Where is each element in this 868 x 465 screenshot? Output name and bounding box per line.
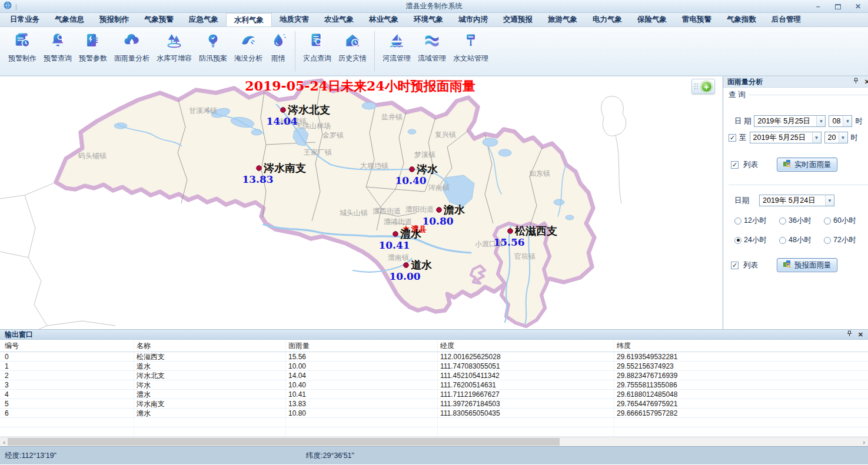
duration-radio-60小时[interactable]: 60小时 (824, 216, 868, 226)
column-header: 经度 (438, 340, 614, 352)
forecast-list-checkbox[interactable]: ✓ (731, 262, 739, 269)
duration-radio-24小时[interactable]: 24小时 (734, 235, 779, 245)
table-row[interactable]: 0松滋西支15.56112.00162562502829.61935495322… (0, 352, 868, 362)
map-search-icon (783, 159, 791, 170)
output-header: 输出窗口 ✕ (0, 329, 868, 340)
start-date-select[interactable]: 2019年 5月25日▼ (754, 115, 826, 127)
map-canvas[interactable]: 甘溪滩镇火连坡镇天供山林场金罗镇盐井镇复兴镇码头铺镇王家厂镇大堰垱镇梦溪镇涔南镇… (0, 76, 723, 329)
to-label: 至 (739, 133, 747, 143)
menu-tab-1[interactable]: 日常业务 (2, 13, 47, 26)
list-checkbox[interactable]: ✓ (731, 161, 739, 169)
forecast-date-select[interactable]: 2019年 5月24日▼ (759, 195, 834, 206)
toolbar-button-reservoir-capacity[interactable]: 水库可增容 (153, 31, 195, 64)
window-title: 澧县业务制作系统 (0, 1, 868, 11)
table-row[interactable]: 1道水10.00111.74708305505129.552156374923 (0, 362, 868, 371)
duration-radio-12小时[interactable]: 12小时 (734, 216, 779, 226)
station-dot[interactable] (393, 232, 398, 237)
table-row[interactable] (0, 418, 868, 427)
radio-icon (734, 237, 741, 244)
menu-tab-15[interactable]: 保险气象 (630, 13, 674, 26)
menu-tab-5[interactable]: 应急气象 (181, 13, 226, 26)
menu-tab-10[interactable]: 环境气象 (406, 13, 451, 26)
menu-tab-11[interactable]: 城市内涝 (451, 13, 495, 26)
toolbar-button-river-manage[interactable]: 河流管理 (379, 31, 414, 64)
town-label: 澧西街道 (373, 207, 401, 215)
duration-radio-72小时[interactable]: 72小时 (824, 235, 868, 245)
forecast-list-label: 列表 (743, 260, 758, 270)
toolbar-button-basin-manage[interactable]: 流域管理 (414, 31, 450, 64)
maximize-button[interactable] (835, 4, 841, 9)
table-row[interactable] (0, 427, 868, 437)
station-dot[interactable] (410, 167, 415, 172)
realtime-rainfall-button[interactable]: 实时面雨量 (777, 158, 837, 172)
menu-tab-7[interactable]: 地质灾害 (272, 13, 317, 26)
duration-radio-36小时[interactable]: 36小时 (779, 216, 824, 226)
forecast-rainfall-button[interactable]: 预报面雨量 (777, 258, 837, 272)
toolbar-button-rain-info[interactable]: 雨情 (266, 31, 291, 64)
table-row[interactable]: 5涔水南支13.83111.39726718450329.76544769759… (0, 399, 868, 409)
scroll-left-icon[interactable]: ‹ (0, 437, 8, 446)
drag-grip-icon[interactable] (694, 83, 699, 90)
duration-radio-48小时[interactable]: 48小时 (779, 235, 824, 245)
toolbar-button-alert-compose[interactable]: 预警制作 (5, 31, 40, 64)
menu-tab-13[interactable]: 旅游气象 (540, 13, 585, 26)
menu-tab-14[interactable]: 电力气象 (585, 13, 630, 26)
station-dot[interactable] (508, 229, 513, 234)
menu-tab-16[interactable]: 雷电预警 (674, 13, 719, 26)
close-button[interactable]: ✕ (854, 3, 862, 10)
toolbar-button-hydrostation-manage[interactable]: 水文站管理 (450, 31, 492, 64)
table-row[interactable]: 3涔水10.40111.7620051463129.7555811355086 (0, 380, 868, 390)
scrollbar-thumb[interactable] (8, 438, 560, 446)
table-cell (286, 418, 438, 427)
toolbar-button-disaster-history[interactable]: 历史灾情 (335, 31, 370, 64)
end-hour-select[interactable]: 20▼ (824, 132, 848, 143)
horizontal-scrollbar[interactable]: ‹ › (0, 437, 868, 446)
menu-tab-6[interactable]: 水利气象 (226, 13, 272, 26)
toolbar-button-flood-plan[interactable]: 防汛预案 (195, 31, 231, 64)
panel-close-icon[interactable]: ✕ (864, 78, 868, 86)
toolbar-button-submerge-analysis[interactable]: 淹没分析 (231, 31, 266, 64)
menu-tab-3[interactable]: 预报制作 (92, 13, 137, 26)
station-dot[interactable] (437, 208, 442, 213)
river-manage-icon (388, 32, 405, 51)
menu-tab-9[interactable]: 林业气象 (361, 13, 406, 26)
to-checkbox[interactable]: ✓ (729, 134, 736, 142)
end-date-select[interactable]: 2019年 5月25日▼ (750, 132, 822, 143)
chevron-down-icon: ▼ (839, 132, 847, 143)
table-cell: 6 (0, 409, 134, 417)
menu-tab-8[interactable]: 农业气象 (317, 13, 361, 26)
start-hour-select[interactable]: 08▼ (829, 115, 852, 127)
output-close-icon[interactable]: ✕ (858, 331, 863, 339)
toolbar-button-alert-search[interactable]: 预警查询 (40, 31, 75, 64)
table-cell: 澧水 (134, 390, 286, 399)
menu-bar: 日常业务气象信息预报制作气象预警应急气象水利气象地质灾害农业气象林业气象环境气象… (0, 13, 868, 27)
start-date-label: 日 期 (734, 116, 751, 126)
toolbar-button-alert-params[interactable]: 预警参数 (75, 31, 111, 64)
table-cell (134, 418, 286, 427)
station-dot[interactable] (404, 263, 409, 268)
disaster-search-icon (308, 32, 326, 51)
station-name: 松滋西支 (514, 225, 557, 237)
town-label: 澧阳街道 (405, 205, 434, 213)
table-cell: 29.6193549532281 (614, 352, 868, 361)
alert-params-icon (84, 32, 102, 51)
toolbar-button-rainfall-analysis[interactable]: 面雨量分析 (111, 31, 153, 64)
table-row[interactable]: 2涔水北支14.04111.45210541134229.88234767169… (0, 371, 868, 380)
scroll-right-icon[interactable]: › (860, 437, 868, 446)
zoom-in-button[interactable]: + (701, 81, 712, 92)
station-dot[interactable] (281, 108, 286, 113)
menu-tab-12[interactable]: 交通预报 (495, 13, 540, 26)
table-cell (438, 418, 614, 427)
table-row[interactable]: 6澹水10.80111.83056505043529.6666157957282 (0, 409, 868, 418)
menu-tab-2[interactable]: 气象信息 (47, 13, 92, 26)
station-dot[interactable] (257, 166, 262, 171)
menu-tab-18[interactable]: 后台管理 (764, 13, 809, 26)
minimize-button[interactable]: – (814, 3, 822, 10)
pin-icon[interactable] (847, 330, 852, 339)
menu-tab-4[interactable]: 气象预警 (137, 13, 181, 26)
table-cell: 13.83 (286, 399, 438, 408)
toolbar-button-disaster-search[interactable]: 灾点查询 (300, 31, 335, 64)
menu-tab-17[interactable]: 气象指数 (719, 13, 764, 26)
table-row[interactable]: 4澧水10.41111.71121966762729.6188012485048 (0, 390, 868, 399)
pin-icon[interactable] (853, 78, 859, 86)
